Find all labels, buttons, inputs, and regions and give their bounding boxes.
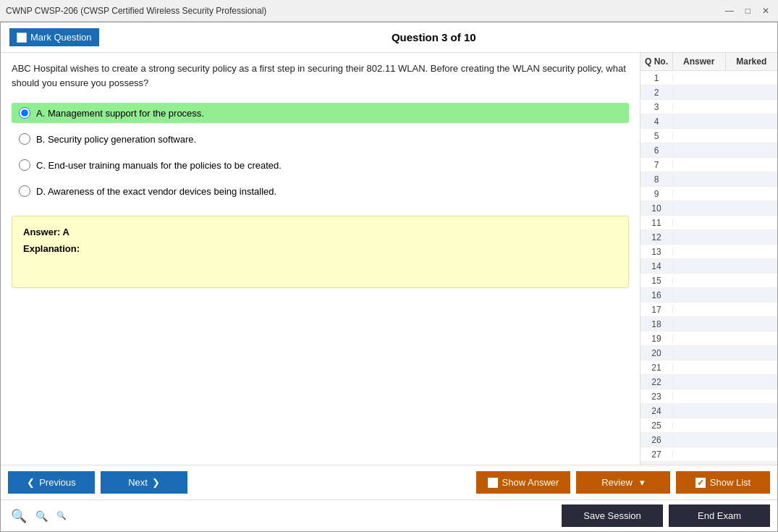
review-dropdown-icon: ▾	[640, 477, 645, 488]
sidebar-cell-qno: 11	[640, 218, 673, 228]
save-session-button[interactable]: Save Session	[562, 504, 663, 527]
sidebar-cell-qno: 21	[640, 363, 673, 373]
option-b-radio[interactable]	[19, 133, 30, 145]
sidebar-row[interactable]: 22	[640, 375, 777, 389]
sidebar-row[interactable]: 17	[640, 303, 777, 317]
sidebar-row[interactable]: 20	[640, 346, 777, 360]
sidebar-row[interactable]: 4	[640, 114, 777, 129]
show-list-checkbox-icon: ✓	[695, 478, 706, 488]
sidebar-row[interactable]: 11	[640, 216, 777, 230]
sidebar-cell-qno: 22	[640, 377, 673, 387]
sidebar-cell-qno: 18	[640, 319, 673, 329]
answer-box: Answer: A Explanation:	[12, 216, 629, 288]
next-label: Next	[128, 477, 148, 488]
end-exam-button[interactable]: End Exam	[669, 504, 770, 527]
zoom-out-button[interactable]: 🔍	[54, 510, 69, 522]
mark-checkbox-icon	[17, 33, 27, 43]
previous-button[interactable]: ❮ Previous	[8, 471, 95, 494]
option-d-label: D. Awareness of the exact vendor devices…	[36, 186, 276, 197]
sidebar-cell-qno: 5	[640, 131, 673, 141]
sidebar-cell-qno: 3	[640, 102, 673, 112]
sidebar-row[interactable]: 16	[640, 288, 777, 303]
option-a-radio[interactable]	[19, 107, 30, 119]
sidebar-cell-qno: 19	[640, 334, 673, 344]
option-c-radio[interactable]	[19, 159, 30, 171]
window-controls: — □ ✕	[722, 6, 772, 16]
sidebar-cell-qno: 25	[640, 421, 673, 431]
sidebar-cell-qno: 20	[640, 348, 673, 358]
sidebar-row[interactable]: 12	[640, 230, 777, 245]
option-d-radio[interactable]	[19, 185, 30, 197]
sidebar-row[interactable]: 9	[640, 187, 777, 201]
sidebar-cell-qno: 6	[640, 145, 673, 156]
sidebar-cell-qno: 24	[640, 406, 673, 416]
show-list-label: Show List	[710, 477, 750, 488]
sidebar-list: 1 2 3 4 5 6 7 8	[640, 71, 777, 465]
zoom-in-button[interactable]: 🔍	[8, 507, 30, 525]
sidebar-cell-qno: 17	[640, 305, 673, 315]
show-answer-checkbox-icon	[488, 478, 498, 488]
title-bar: CWNP CWSP-206 (CWSP Certified Wireless S…	[0, 0, 778, 22]
sidebar-row[interactable]: 18	[640, 317, 777, 332]
sidebar-cell-qno: 2	[640, 88, 673, 98]
sidebar-cell-qno: 12	[640, 232, 673, 242]
main-window: Mark Question Question 3 of 10 ABC Hospi…	[0, 22, 778, 532]
maximize-button[interactable]: □	[743, 6, 753, 16]
sidebar-row[interactable]: 24	[640, 404, 777, 418]
sidebar-row[interactable]: 26	[640, 433, 777, 447]
sidebar-row[interactable]: 13	[640, 245, 777, 259]
option-a[interactable]: A. Management support for the process.	[12, 103, 629, 123]
sidebar-row[interactable]: 8	[640, 172, 777, 187]
sidebar-cell-qno: 8	[640, 174, 673, 185]
option-d[interactable]: D. Awareness of the exact vendor devices…	[12, 181, 629, 201]
answer-label: Answer: A	[23, 227, 617, 237]
next-arrow-icon: ❯	[152, 477, 160, 488]
sidebar-cell-qno: 27	[640, 449, 673, 460]
sidebar-row[interactable]: 27	[640, 447, 777, 462]
sidebar-row[interactable]: 23	[640, 389, 777, 404]
sidebar-row[interactable]: 2	[640, 85, 777, 100]
question-title: Question 3 of 10	[99, 31, 769, 43]
zoom-reset-button[interactable]: 🔍	[33, 509, 51, 523]
sidebar-row[interactable]: 5	[640, 129, 777, 143]
option-c[interactable]: C. End-user training manuals for the pol…	[12, 155, 629, 175]
sidebar-cell-qno: 1	[640, 73, 673, 83]
sidebar-row[interactable]: 7	[640, 158, 777, 172]
mark-question-button[interactable]: Mark Question	[9, 28, 99, 46]
show-answer-label: Show Answer	[502, 477, 559, 488]
sidebar-row[interactable]: 14	[640, 259, 777, 274]
sidebar-row[interactable]: 10	[640, 201, 777, 216]
sidebar-col-answer: Answer	[673, 53, 726, 70]
sidebar-row[interactable]: 19	[640, 332, 777, 346]
minimize-button[interactable]: —	[722, 6, 737, 16]
sidebar-row[interactable]: 25	[640, 418, 777, 433]
sidebar-row[interactable]: 1	[640, 71, 777, 85]
sidebar-cell-qno: 26	[640, 435, 673, 445]
sidebar-cell-qno: 16	[640, 290, 673, 300]
sidebar-row[interactable]: 6	[640, 143, 777, 158]
review-button[interactable]: Review ▾	[576, 471, 670, 494]
sidebar-row[interactable]: 3	[640, 100, 777, 114]
header: Mark Question Question 3 of 10	[1, 22, 777, 53]
bottom-toolbar-1: ❮ Previous Next ❯ Show Answer Review ▾ ✓…	[1, 465, 777, 499]
previous-arrow-icon: ❮	[27, 477, 35, 488]
sidebar-cell-qno: 7	[640, 160, 673, 170]
close-button[interactable]: ✕	[759, 6, 772, 16]
option-c-label: C. End-user training manuals for the pol…	[36, 160, 282, 171]
sidebar-row[interactable]: 21	[640, 360, 777, 375]
option-a-label: A. Management support for the process.	[36, 108, 204, 119]
zoom-controls: 🔍 🔍 🔍	[8, 507, 69, 525]
sidebar-col-qno: Q No.	[640, 53, 673, 70]
show-list-button[interactable]: ✓ Show List	[676, 471, 770, 494]
show-answer-button[interactable]: Show Answer	[476, 471, 570, 494]
sidebar-row[interactable]: 15	[640, 274, 777, 288]
option-b[interactable]: B. Security policy generation software.	[12, 129, 629, 149]
sidebar-col-marked: Marked	[726, 53, 778, 70]
sidebar-cell-qno: 23	[640, 392, 673, 402]
sidebar-cell-qno: 4	[640, 117, 673, 127]
app-title: CWNP CWSP-206 (CWSP Certified Wireless S…	[6, 6, 266, 16]
sidebar-cell-qno: 14	[640, 261, 673, 271]
review-label: Review	[601, 477, 633, 488]
next-button[interactable]: Next ❯	[101, 471, 187, 494]
sidebar-cell-qno: 10	[640, 203, 673, 214]
